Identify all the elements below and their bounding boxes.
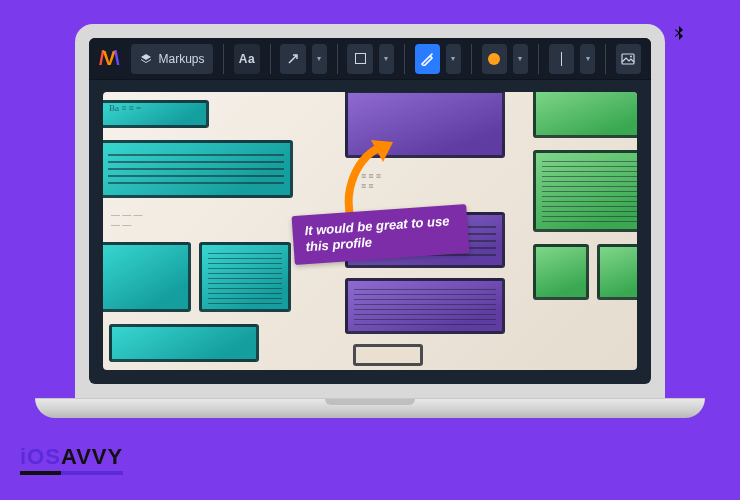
brand-part-avvy: AVVY	[61, 444, 123, 475]
line-weight-button[interactable]	[549, 44, 574, 74]
line-weight-icon	[561, 52, 563, 66]
line-weight-dropdown[interactable]: ▾	[580, 44, 595, 74]
brand-part-ios: iOS	[20, 444, 61, 475]
toolbar-separator	[270, 44, 271, 74]
fill-color-button[interactable]	[482, 44, 507, 74]
bluetooth-icon	[674, 26, 684, 42]
chevron-down-icon: ▾	[586, 54, 590, 63]
shape-tool-button[interactable]	[347, 44, 372, 74]
toolbar-separator	[223, 44, 224, 74]
screen-bezel: /V\ Markups Aa	[75, 24, 665, 398]
sketch-scribble: Ba ≡ ≡ =	[109, 104, 141, 114]
wireframe-block	[533, 150, 637, 232]
chevron-down-icon: ▾	[451, 54, 455, 63]
laptop-mockup: /V\ Markups Aa	[65, 24, 675, 418]
wireframe-block	[345, 278, 505, 334]
annotation-note-text: It would be great to use this profile	[304, 213, 450, 254]
fill-color-dropdown[interactable]: ▾	[513, 44, 528, 74]
pen-tool-dropdown[interactable]: ▾	[446, 44, 461, 74]
toolbar-separator	[538, 44, 539, 74]
app-window: /V\ Markups Aa	[89, 38, 651, 384]
sketch-scribble: — — — — —	[111, 210, 143, 230]
wireframe-block	[533, 244, 589, 300]
toolbar-separator	[471, 44, 472, 74]
shape-tool-dropdown[interactable]: ▾	[379, 44, 394, 74]
toolbar-separator	[404, 44, 405, 74]
wireframe-block	[109, 324, 259, 362]
annotation-arrow[interactable]	[333, 134, 403, 204]
chevron-down-icon: ▾	[317, 54, 321, 63]
wireframe-block	[103, 140, 293, 198]
arrow-tool-button[interactable]	[280, 44, 305, 74]
wireframe-block	[597, 244, 637, 300]
wireframe-block	[353, 344, 423, 366]
arrow-tool-dropdown[interactable]: ▾	[312, 44, 327, 74]
toolbar-separator	[337, 44, 338, 74]
image-icon	[621, 53, 635, 65]
wireframe-block	[533, 92, 637, 138]
laptop-base	[35, 398, 705, 418]
pen-icon	[420, 52, 434, 66]
layers-icon	[140, 53, 152, 65]
canvas[interactable]: Ba ≡ ≡ = — — — — — ≡ ≡ ≡ ≡ ≡	[103, 92, 637, 370]
image-tool-button[interactable]	[616, 44, 641, 74]
toolbar-separator	[605, 44, 606, 74]
svg-rect-0	[622, 54, 634, 64]
chevron-down-icon: ▾	[518, 54, 522, 63]
markups-label: Markups	[158, 52, 204, 66]
markups-button[interactable]: Markups	[131, 44, 213, 74]
app-logo: /V\	[99, 47, 117, 70]
svg-point-1	[630, 55, 632, 57]
text-tool-button[interactable]: Aa	[234, 44, 259, 74]
chevron-down-icon: ▾	[384, 54, 388, 63]
arrow-icon	[287, 53, 299, 65]
color-swatch-icon	[488, 53, 500, 65]
toolbar: /V\ Markups Aa	[89, 38, 651, 80]
pen-tool-button[interactable]	[415, 44, 440, 74]
wireframe-block	[103, 242, 191, 312]
wireframe-block	[199, 242, 291, 312]
square-icon	[355, 53, 366, 64]
text-tool-label: Aa	[239, 52, 255, 66]
brand-watermark: iOSAVVY	[20, 444, 123, 470]
